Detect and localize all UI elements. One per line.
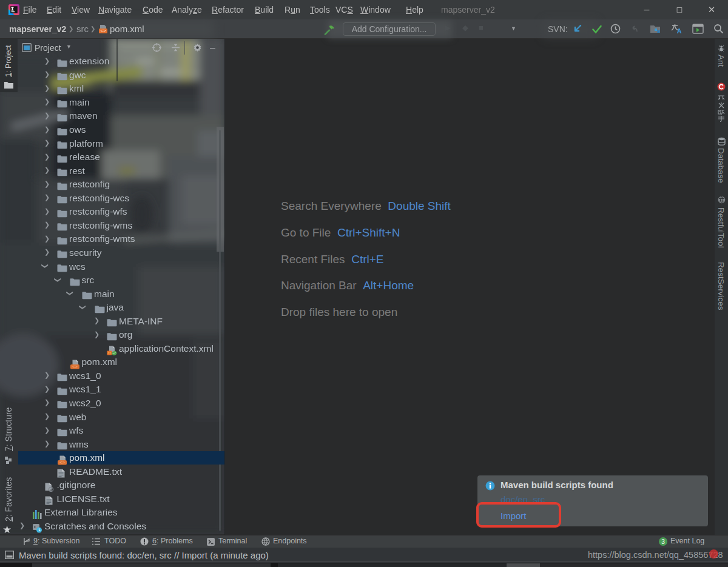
svg-text:A: A <box>677 27 682 35</box>
svg-text:3: 3 <box>661 538 665 545</box>
svg-text:<>: <> <box>101 28 106 33</box>
